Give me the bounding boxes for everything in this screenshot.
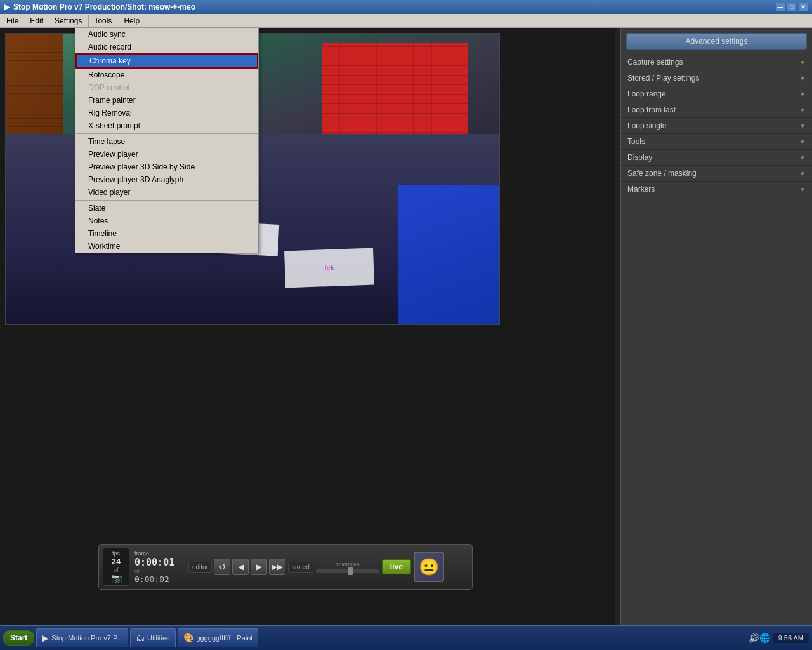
- utilities-icon: 🗂: [136, 633, 145, 643]
- onionskin-slider-track[interactable]: [316, 569, 379, 573]
- panel-divider[interactable]: [615, 28, 620, 625]
- step-forward-button[interactable]: ▶▶: [269, 559, 285, 575]
- smp-icon: ▶: [42, 633, 49, 643]
- settings-loop-single-label: Loop single: [627, 121, 666, 130]
- play-button[interactable]: ▶: [251, 559, 267, 575]
- settings-display-label: Display: [627, 153, 652, 162]
- refresh-button[interactable]: ↺: [214, 559, 230, 575]
- menu-frame-painter[interactable]: Frame painter: [75, 94, 258, 107]
- chevron-icon-loop-last: ▼: [799, 107, 806, 114]
- frame-label: frame: [134, 550, 183, 557]
- fps-label: fps: [112, 550, 120, 557]
- settings-loop-range[interactable]: Loop range ▼: [621, 86, 812, 102]
- start-button[interactable]: Start: [3, 630, 34, 646]
- maximize-button[interactable]: □: [787, 3, 797, 11]
- settings-stored-play[interactable]: Stored / Play settings ▼: [621, 70, 812, 86]
- app-icon: ▶: [4, 3, 10, 11]
- camera-icon: 📷: [111, 573, 122, 583]
- menu-audio-record[interactable]: Audio record: [75, 41, 258, 53]
- menu-rotoscope[interactable]: Rotoscope: [75, 69, 258, 81]
- fps-value: 24: [112, 557, 121, 566]
- transport-bar: fps 24 of 📷 frame 0:00:01 of 0:00:02 edi…: [98, 544, 473, 590]
- separator-2: [75, 200, 258, 201]
- frame-of-label: of: [134, 568, 183, 574]
- advanced-settings-button[interactable]: Advanced settings: [626, 33, 807, 50]
- settings-loop-from-last[interactable]: Loop from last ▼: [621, 102, 812, 118]
- window-title: Stop Motion Pro v7 Production/Shot: meow…: [13, 3, 195, 11]
- minimize-button[interactable]: —: [775, 3, 785, 11]
- menu-edit[interactable]: Edit: [25, 15, 48, 27]
- tools-dropdown-menu: Audio sync Audio record Chroma key Rotos…: [75, 28, 259, 253]
- window-controls: — □ ✕: [775, 3, 808, 11]
- taskbar-smp[interactable]: ▶ Stop Motion Pro v7 P...: [36, 628, 128, 647]
- menu-time-lapse[interactable]: Time lapse: [75, 135, 258, 148]
- menu-file[interactable]: File: [1, 15, 23, 27]
- separator-1: [75, 133, 258, 134]
- taskbar-utilities[interactable]: 🗂 Utilities: [130, 628, 175, 647]
- menu-chroma-key[interactable]: Chroma key: [75, 53, 258, 69]
- taskbar-right: 🔊🌐 9:56 AM: [749, 633, 809, 643]
- menu-rig-removal[interactable]: Rig Removal: [75, 107, 258, 119]
- frame-time-2: 0:00:02: [134, 574, 183, 584]
- fps-of: of: [114, 567, 119, 573]
- settings-markers-label: Markers: [627, 185, 655, 194]
- stored-label: stored: [288, 562, 313, 573]
- taskbar-smp-label: Stop Motion Pro v7 P...: [51, 634, 122, 642]
- title-bar: ▶ Stop Motion Pro v7 Production/Shot: me…: [0, 0, 812, 14]
- settings-tools[interactable]: Tools ▼: [621, 134, 812, 150]
- sys-tray: 🔊🌐: [749, 633, 770, 643]
- fps-camera-box: fps 24 of 📷: [103, 548, 129, 586]
- menu-tools[interactable]: Tools: [88, 15, 117, 27]
- settings-loop-from-last-label: Loop from last: [627, 105, 676, 114]
- settings-safe-zone-label: Safe zone / masking: [627, 169, 697, 178]
- editor-section: editor ↺ ◀ ▶ ▶▶: [188, 559, 285, 575]
- menu-video-player[interactable]: Video player: [75, 186, 258, 199]
- vid-blue-right: [398, 185, 499, 324]
- chevron-icon-stored: ▼: [799, 75, 806, 82]
- chevron-icon-markers: ▼: [799, 186, 806, 193]
- avatar-button[interactable]: 😐: [414, 552, 444, 582]
- paint-icon: 🎨: [183, 633, 194, 643]
- chevron-icon-display: ▼: [799, 154, 806, 161]
- clock: 9:56 AM: [773, 633, 809, 643]
- chevron-icon-tools: ▼: [799, 138, 806, 145]
- settings-capture[interactable]: Capture settings ▼: [621, 55, 812, 70]
- editor-label: editor: [188, 562, 212, 573]
- onionskin-thumb[interactable]: [348, 567, 353, 575]
- taskbar-paint-label: ggggggffffff - Paint: [197, 634, 253, 642]
- taskbar: Start ▶ Stop Motion Pro v7 P... 🗂 Utilit…: [0, 625, 812, 650]
- menu-bar: File Edit Settings Tools Help: [0, 14, 812, 28]
- menu-settings[interactable]: Settings: [49, 15, 87, 27]
- settings-tools-label: Tools: [627, 137, 645, 146]
- menu-notes[interactable]: Notes: [75, 215, 258, 227]
- onionskin-label: onionskin: [336, 561, 360, 567]
- menu-preview-3d-anaglyph[interactable]: Preview player 3D Anaglyph: [75, 173, 258, 186]
- onionskin-area: onionskin: [316, 561, 379, 573]
- settings-loop-range-label: Loop range: [627, 90, 666, 98]
- menu-audio-sync[interactable]: Audio sync: [75, 28, 258, 41]
- menu-slate[interactable]: Slate: [75, 202, 258, 215]
- live-button[interactable]: live: [382, 559, 411, 574]
- chevron-icon-loop-range: ▼: [799, 91, 806, 98]
- taskbar-utilities-label: Utilities: [147, 634, 169, 642]
- settings-safe-zone[interactable]: Safe zone / masking ▼: [621, 166, 812, 182]
- settings-loop-single[interactable]: Loop single ▼: [621, 118, 812, 134]
- settings-display[interactable]: Display ▼: [621, 150, 812, 166]
- menu-preview-3d-side[interactable]: Preview player 3D Side by Side: [75, 161, 258, 173]
- settings-stored-play-label: Stored / Play settings: [627, 74, 699, 83]
- menu-preview-player[interactable]: Preview player: [75, 148, 258, 161]
- menu-worktime[interactable]: Worktime: [75, 240, 258, 253]
- chevron-icon-safe-zone: ▼: [799, 170, 806, 177]
- right-panel: Advanced settings Capture settings ▼ Sto…: [620, 28, 812, 625]
- avatar-face-icon: 😐: [419, 557, 439, 577]
- settings-markers[interactable]: Markers ▼: [621, 182, 812, 197]
- menu-xsheet[interactable]: X-sheet prompt: [75, 119, 258, 132]
- settings-capture-label: Capture settings: [627, 58, 683, 67]
- taskbar-paint[interactable]: 🎨 ggggggffffff - Paint: [178, 628, 259, 647]
- chevron-icon-capture: ▼: [799, 59, 806, 66]
- step-back-button[interactable]: ◀: [232, 559, 249, 575]
- close-button[interactable]: ✕: [798, 3, 808, 11]
- frame-info: frame 0:00:01 of 0:00:02: [132, 550, 186, 584]
- menu-timeline[interactable]: Timeline: [75, 227, 258, 240]
- menu-help[interactable]: Help: [119, 15, 145, 27]
